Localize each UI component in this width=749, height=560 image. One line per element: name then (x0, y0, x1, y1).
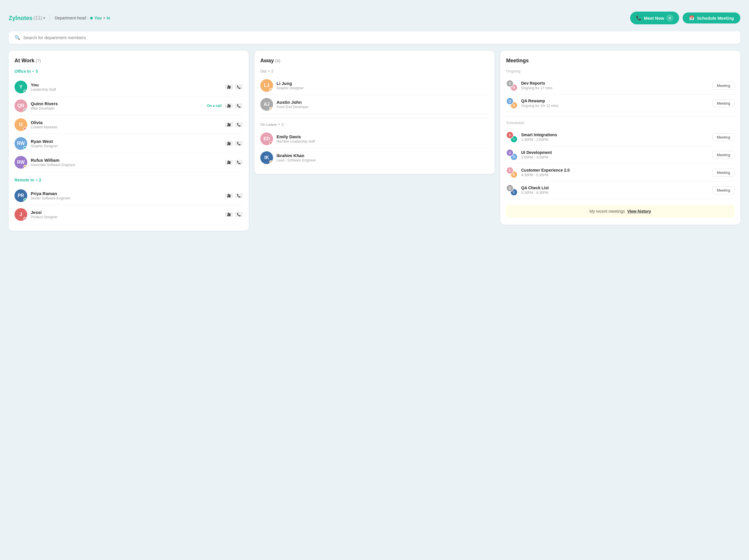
meeting-button-ui-dev[interactable]: Meeting (712, 151, 734, 159)
phone-icon-olivia[interactable]: 📞 (235, 122, 243, 127)
camera-icon-priya[interactable]: 🎥 (225, 193, 233, 198)
office-in-member-quinn: QR Quinn Rivers Web Developer On a call … (15, 96, 243, 115)
status-badge-priya (23, 198, 27, 201)
office-in-label: Office In (15, 69, 31, 73)
meeting-button-qa-checklist[interactable]: Meeting (712, 186, 734, 194)
away-member-austin: AJ Austin John Front End Developer (260, 95, 489, 114)
member-name-ibrahim: Ibrahim Khan (277, 153, 489, 158)
avatar-ibrahim: IK (260, 151, 273, 164)
member-info-jessi: Jessi Product Designer (31, 210, 221, 219)
member-info-rufus: Rufus William Associate Software Enginee… (31, 158, 221, 167)
member-info-li: Li Jung Graphic Designer (277, 81, 489, 90)
top-bar: Zylnotes (11) ▾ Department head : You • … (9, 12, 740, 24)
brand-count: (11) (34, 15, 42, 21)
office-in-member-ryan: RW Ryan West Graphic Designer 🎥 📞 (15, 134, 243, 153)
away-divider (260, 118, 489, 118)
meeting-button-customer-exp[interactable]: Meeting (712, 169, 734, 176)
member-name-ryan: Ryan West (31, 139, 221, 144)
meetings-divider (506, 116, 734, 116)
meeting-button-qa-rewamp[interactable]: Meeting (712, 100, 734, 107)
status-badge-ryan (23, 146, 27, 149)
office-in-dot: • (33, 69, 34, 73)
member-name-priya: Priya Raman (31, 191, 221, 196)
calendar-icon: 📅 (689, 15, 694, 21)
office-in-member-rufus: RW Rufus William Associate Software Engi… (15, 153, 243, 172)
member-name-jessi: Jessi (31, 210, 221, 215)
member-role-emily: Member Leadership staff (277, 139, 489, 144)
avatar-qa-checklist: Q C (506, 184, 518, 196)
avatar-priya: PR (15, 189, 27, 202)
meet-now-button[interactable]: 📞 Meet Now ▾ (630, 12, 679, 24)
member-name-li: Li Jung (277, 81, 489, 86)
meeting-name-qa-checklist: QA Check List (521, 186, 709, 190)
phone-icon-rufus[interactable]: 📞 (235, 160, 243, 165)
scheduled-label: Scheduled (506, 121, 734, 125)
at-work-panel: At Work(7) Office In • 5 Y You Leadershi… (9, 51, 249, 231)
member-actions-jessi: 🎥 📞 (225, 212, 243, 217)
schedule-meeting-label: Schedule Meeting (697, 16, 734, 21)
meeting-name-dev-reports: Dev Reports (521, 81, 709, 86)
member-actions-priya: 🎥 📞 (225, 193, 243, 198)
meeting-button-smart[interactable]: Meeting (712, 133, 734, 141)
member-actions-rufus: 🎥 📞 (225, 160, 243, 165)
meet-now-label: Meet Now (644, 16, 664, 21)
meeting-info-customer-exp: Customer Experience 2.0 4:30PM - 5:30PM (521, 168, 709, 177)
view-history-link[interactable]: View history (627, 209, 651, 214)
schedule-meeting-button[interactable]: 📅 Schedule Meeting (683, 13, 740, 23)
meeting-time-smart: 1:30PM - 2:00PM (521, 138, 709, 142)
camera-icon-jessi[interactable]: 🎥 (225, 212, 233, 217)
top-bar-right: 📞 Meet Now ▾ 📅 Schedule Meeting (630, 12, 740, 24)
avatar-olivia: O (15, 118, 27, 131)
member-info-emily: Emily Davis Member Leadership staff (277, 134, 489, 144)
away-member-li: LJ Li Jung Graphic Designer (260, 76, 489, 95)
avatar-ryan: RW (15, 137, 27, 150)
meeting-time-ui-dev: 3:00PM - 3:30PM (521, 155, 709, 159)
camera-icon-quinn[interactable]: 🎥 (225, 103, 233, 108)
meeting-button-dev-reports[interactable]: Meeting (712, 82, 734, 90)
search-bar: 🔍 (9, 31, 740, 44)
camera-icon-olivia[interactable]: 🎥 (225, 122, 233, 127)
on-call-badge-quinn: On a call (207, 104, 221, 108)
camera-icon-ryan[interactable]: 🎥 (225, 141, 233, 146)
in-link[interactable]: In (107, 16, 110, 20)
avatar-quinn: QR (15, 100, 27, 112)
phone-icon-ryan[interactable]: 📞 (235, 141, 243, 146)
phone-icon-quinn[interactable]: 📞 (235, 103, 243, 108)
member-actions-you: 🎥 📞 (225, 84, 243, 90)
avatar-jessi: J (15, 208, 27, 221)
meeting-time-dev-reports: Ongoing for 17 mins (521, 86, 709, 90)
meeting-name-smart: Smart Integrations (521, 132, 709, 137)
meeting-info-dev-reports: Dev Reports Ongoing for 17 mins (521, 81, 709, 90)
meeting-customer-exp: C E Customer Experience 2.0 4:30PM - 5:3… (506, 164, 734, 181)
member-name-emily: Emily Davis (277, 134, 489, 139)
divider (50, 15, 50, 21)
out-section-label: Out • 2 (260, 69, 489, 73)
away-title: Away(4) (260, 58, 489, 64)
you-link[interactable]: You (94, 16, 102, 20)
dept-head-label: Department head : (55, 16, 88, 20)
phone-icon-you[interactable]: 📞 (235, 84, 243, 90)
top-bar-left: Zylnotes (11) ▾ Department head : You • … (9, 15, 110, 21)
away-member-emily: ED Emily Davis Member Leadership staff (260, 130, 489, 148)
office-in-member-you: Y You Leadership Staff 🎥 📞 (15, 78, 243, 96)
meeting-dev-reports: D R Dev Reports Ongoing for 17 mins Meet… (506, 77, 734, 94)
member-info-priya: Priya Raman Senior Software Engineer (31, 191, 221, 200)
status-badge-ibrahim (269, 160, 273, 164)
phone-icon-jessi[interactable]: 📞 (235, 212, 243, 217)
meeting-info-smart: Smart Integrations 1:30PM - 2:00PM (521, 132, 709, 142)
meetings-title: Meetings (506, 58, 734, 64)
meeting-name-customer-exp: Customer Experience 2.0 (521, 168, 709, 172)
member-info-austin: Austin John Front End Developer (277, 100, 489, 109)
camera-icon-you[interactable]: 🎥 (225, 84, 233, 90)
member-role-you: Leadership Staff (31, 88, 221, 92)
status-badge-jessi (23, 217, 27, 220)
brand-dropdown-icon[interactable]: ▾ (43, 16, 45, 20)
meeting-info-ui-dev: UI Development 3:00PM - 3:30PM (521, 150, 709, 159)
search-input[interactable] (23, 35, 734, 40)
camera-icon-rufus[interactable]: 🎥 (225, 160, 233, 165)
member-name-rufus: Rufus William (31, 158, 221, 163)
away-panel: Away(4) Out • 2 LJ Li Jung Graphic Desig… (255, 51, 494, 174)
dropdown-arrow-icon[interactable]: ▾ (666, 15, 673, 21)
phone-icon-priya[interactable]: 📞 (235, 193, 243, 198)
remote-in-member-jessi: J Jessi Product Designer 🎥 📞 (15, 205, 243, 224)
